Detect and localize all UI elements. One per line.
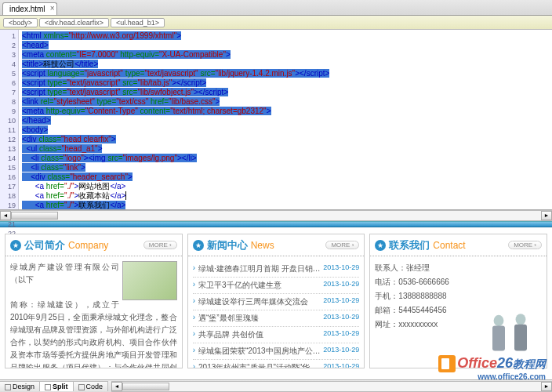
file-tab-index[interactable]: index.html × (2, 2, 57, 15)
news-item[interactable]: 绿城·建德春江明月首期 开盘日销2.8…2013-10-29 (193, 261, 360, 278)
news-title: 绿城·建德春江明月首期 开盘日销2.8… (198, 263, 323, 274)
news-item[interactable]: 宋卫平3千亿的代建生意2013-10-29 (193, 278, 360, 294)
news-item[interactable]: 2013年杭州市“质量月”活动暨“华东…2013-10-29 (193, 360, 360, 368)
news-item[interactable]: 遇“堡”最邻里瑰臻2013-10-29 (193, 310, 360, 327)
tab-split[interactable]: Split (40, 381, 74, 391)
card-title-en: News (251, 240, 274, 251)
svg-rect-3 (514, 325, 527, 351)
design-icon (5, 384, 11, 390)
news-title: 绿城集团荣获“2013中国房地产公司品… (198, 346, 323, 357)
card-header: ★ 联系我们 Contact MORE › (370, 234, 547, 256)
code-editor[interactable]: 1234567891011121314151617181920212223242… (0, 30, 552, 210)
contact-row: 电话：0536-6666666 (375, 275, 542, 289)
news-title: 2013年杭州市“质量月”活动暨“华东… (198, 362, 323, 368)
file-tab-label: index.html (9, 5, 45, 13)
bottom-hscroll[interactable]: ◄ ► (111, 381, 552, 392)
card-body: 绿城·建德春江明月首期 开盘日销2.8…2013-10-29宋卫平3千亿的代建生… (188, 256, 365, 368)
news-title: 绿城建设举行三周年媒体交流会 (198, 296, 323, 307)
news-icon: ★ (193, 240, 204, 251)
code-area[interactable]: <html xmlns="http://www.w3.org/1999/xhtm… (19, 30, 552, 209)
news-date: 2013-10-29 (323, 313, 359, 324)
more-button[interactable]: MORE › (143, 241, 177, 249)
news-title: 遇“堡”最邻里瑰臻 (198, 313, 323, 324)
card-title-cn: 公司简介 (24, 238, 65, 252)
more-button[interactable]: MORE › (508, 241, 542, 249)
news-date: 2013-10-29 (323, 280, 359, 291)
svg-point-0 (494, 315, 504, 326)
about-image (122, 261, 177, 300)
news-date: 2013-10-29 (323, 346, 359, 357)
dom-breadcrumb: <body> <div.head.clearfix> <ul.head_b1> (0, 16, 552, 30)
svg-rect-1 (492, 325, 505, 350)
card-title-en: Contact (433, 240, 465, 251)
split-icon (45, 384, 51, 390)
more-button[interactable]: MORE › (325, 241, 359, 249)
breadcrumb-div[interactable]: <div.head.clearfix> (39, 18, 109, 27)
breadcrumb-ul[interactable]: <ul.head_b1> (111, 18, 165, 27)
about-lead: 绿城房产建设管理有限公司（以下 (10, 263, 119, 284)
news-title: 宋卫平3千亿的代建生意 (198, 280, 323, 291)
split-divider[interactable] (0, 221, 552, 227)
news-list: 绿城·建德春江明月首期 开盘日销2.8…2013-10-29宋卫平3千亿的代建生… (193, 261, 360, 368)
card-news: ★ 新闻中心 News MORE › 绿城·建德春江明月首期 开盘日销2.8…2… (187, 234, 365, 368)
close-icon[interactable]: × (50, 4, 55, 13)
breadcrumb-body[interactable]: <body> (3, 18, 38, 27)
news-item[interactable]: 绿城集团荣获“2013中国房地产公司品…2013-10-29 (193, 343, 360, 360)
news-item[interactable]: 共享品牌 共创价值2013-10-29 (193, 327, 360, 343)
scroll-right-icon[interactable]: ► (541, 211, 552, 220)
people-illustration (473, 302, 543, 365)
line-gutter: 1234567891011121314151617181920212223242… (0, 30, 19, 209)
news-date: 2013-10-29 (323, 362, 359, 368)
card-body: 联系人：张经理电话：0536-6666666手机：13888888888邮箱：5… (370, 256, 547, 368)
scroll-right-icon[interactable]: ► (541, 382, 552, 391)
card-title-cn: 联系我们 (389, 238, 430, 252)
news-title: 共享品牌 共创价值 (198, 329, 323, 340)
editor-hscroll[interactable]: ◄ ► (0, 210, 552, 221)
contact-row: 联系人：张经理 (375, 261, 542, 275)
tab-design[interactable]: Design (0, 381, 40, 391)
scroll-thumb[interactable] (11, 212, 58, 220)
card-title-en: Company (68, 240, 108, 251)
news-date: 2013-10-29 (323, 263, 359, 274)
news-date: 2013-10-29 (323, 296, 359, 307)
about-body: 简称：绿城建设），成立于2010年9月25日，全面秉承绿城文化理念，整合绿城现有… (10, 300, 177, 368)
scroll-track[interactable] (11, 211, 541, 220)
card-contact: ★ 联系我们 Contact MORE › 联系人：张经理电话：0536-666… (369, 234, 547, 368)
news-item[interactable]: 绿城建设举行三周年媒体交流会2013-10-29 (193, 294, 360, 310)
card-header: ★ 公司简介 Company MORE › (5, 234, 182, 256)
scroll-thumb[interactable] (122, 383, 169, 390)
card-title-cn: 新闻中心 (207, 238, 248, 252)
view-mode-tabs: Design Split Code ◄ ► (0, 379, 552, 392)
scroll-track[interactable] (122, 382, 541, 391)
news-date: 2013-10-29 (323, 329, 359, 340)
scroll-left-icon[interactable]: ◄ (111, 382, 122, 391)
card-body: 绿城房产建设管理有限公司（以下 简称：绿城建设），成立于2010年9月25日，全… (5, 256, 182, 368)
card-about: ★ 公司简介 Company MORE › 绿城房产建设管理有限公司（以下 简称… (5, 234, 183, 368)
file-tab-bar: index.html × (0, 0, 552, 16)
info-icon: ★ (10, 240, 21, 251)
svg-point-2 (516, 314, 526, 325)
scroll-left-icon[interactable]: ◄ (0, 211, 11, 220)
contact-icon: ★ (375, 240, 386, 251)
preview-pane: ★ 公司简介 Company MORE › 绿城房产建设管理有限公司（以下 简称… (0, 227, 552, 375)
tab-code[interactable]: Code (74, 381, 109, 391)
code-icon (78, 384, 85, 390)
card-header: ★ 新闻中心 News MORE › (188, 234, 365, 256)
